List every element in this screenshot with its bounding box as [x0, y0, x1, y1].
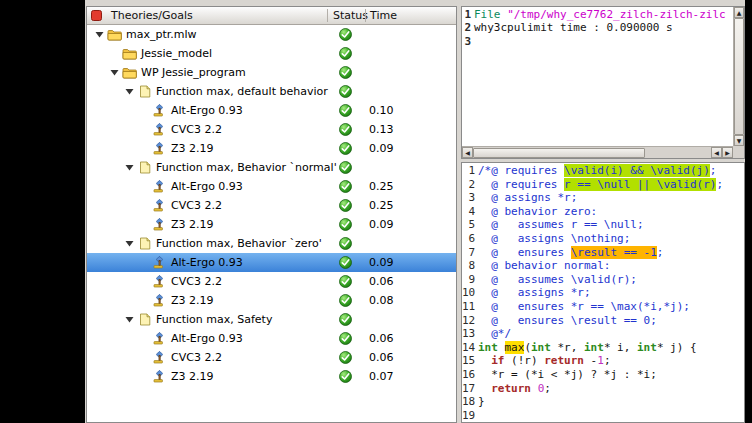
code-segment: } — [478, 395, 485, 408]
time-value: 0.07 — [369, 370, 394, 383]
column-header-status[interactable]: Status — [333, 9, 368, 22]
prover-icon — [151, 294, 168, 308]
code-segment: why3cpulimit time : 0.090000 s — [474, 21, 673, 34]
code-line: 1/*@ requires \valid(i) && \valid(j); — [462, 164, 744, 178]
tree-row[interactable]: Function max, Behavior `normal' — [87, 158, 456, 177]
line-number: 5 — [462, 218, 478, 232]
tree-row[interactable]: Z3 2.190.08 — [87, 291, 456, 310]
code-line: 3 — [462, 35, 733, 48]
code-text: } — [478, 395, 485, 409]
tree-row[interactable]: CVC3 2.20.13 — [87, 120, 456, 139]
tree-row-label: WP Jessie_program — [141, 66, 246, 79]
v-scrollbar[interactable]: ▲ ▼ — [733, 7, 744, 146]
tree-row[interactable]: Alt-Ergo 0.930.09 — [87, 253, 456, 272]
scroll-left-icon[interactable]: ◀ — [711, 147, 722, 158]
column-separator[interactable] — [327, 9, 328, 22]
tree-row[interactable]: Function max, default behavior — [87, 82, 456, 101]
line-number: 3 — [462, 35, 474, 48]
tree-row[interactable]: Alt-Ergo 0.930.06 — [87, 329, 456, 348]
tree-row[interactable]: Function max, Safety — [87, 310, 456, 329]
tree-row-label: CVC3 2.2 — [171, 199, 222, 212]
expander-down-icon[interactable] — [123, 237, 136, 250]
status-ok-icon — [339, 28, 352, 41]
code-text: File "/tmp/why_ce7762_zilch-zilch-zilc — [474, 8, 726, 21]
code-text: @ ensures \result == -1; — [478, 246, 663, 260]
expander-down-icon[interactable] — [108, 66, 121, 79]
scroll-left-icon[interactable]: ◀ — [462, 147, 473, 158]
tree-row[interactable]: Alt-Ergo 0.930.10 — [87, 101, 456, 120]
code-segment: if — [491, 354, 504, 367]
prover-icon — [151, 275, 168, 289]
code-segment: @ assumes r == \null; — [478, 218, 644, 231]
code-text: @ ensures \result == 0; — [478, 314, 657, 328]
tree-row[interactable]: Z3 2.190.07 — [87, 367, 456, 386]
line-number: 8 — [462, 259, 478, 273]
scrollbar-thumb[interactable] — [473, 148, 645, 158]
tree-row[interactable]: Alt-Ergo 0.930.25 — [87, 177, 456, 196]
message-text-view[interactable]: 1File "/tmp/why_ce7762_zilch-zilch-zilc2… — [462, 7, 733, 146]
tree-row[interactable]: CVC3 2.20.25 — [87, 196, 456, 215]
expander-down-icon[interactable] — [123, 161, 136, 174]
time-value: 0.13 — [369, 123, 394, 136]
code-segment: 1 — [597, 354, 604, 367]
scroll-right-icon[interactable]: ▶ — [722, 147, 733, 158]
scroll-down-icon[interactable]: ▼ — [734, 135, 744, 146]
code-segment: "/tmp/why_ce7762_zilch-zilch-zilc — [507, 8, 726, 21]
code-line: 17 return 0; — [462, 382, 744, 396]
code-segment: /*@ requires — [478, 164, 564, 177]
code-line: 5 @ assumes r == \null; — [462, 218, 744, 232]
prover-icon — [151, 218, 168, 232]
scrollbar-thumb[interactable] — [734, 18, 744, 135]
code-line: 16 *r = (*i < *j) ? *j : *i; — [462, 368, 744, 382]
prover-icon — [151, 370, 168, 384]
tree-row[interactable]: Z3 2.190.09 — [87, 215, 456, 234]
expander-spacer — [138, 199, 151, 212]
source-text-view[interactable]: 1/*@ requires \valid(i) && \valid(j);2 @… — [462, 163, 744, 422]
code-text: @ assigns *r; — [478, 286, 591, 300]
scroll-up-icon[interactable]: ▲ — [734, 7, 744, 18]
code-segment: * i, — [604, 341, 637, 354]
tree-row[interactable]: Z3 2.190.09 — [87, 139, 456, 158]
tree-row[interactable]: Function max, Behavior `zero' — [87, 234, 456, 253]
source-panel: 1/*@ requires \valid(i) && \valid(j);2 @… — [461, 162, 745, 423]
tree-row[interactable]: max_ptr.mlw — [87, 25, 456, 44]
code-segment: @ behavior normal: — [478, 259, 610, 272]
tree-row[interactable]: CVC3 2.20.06 — [87, 272, 456, 291]
h-scrollbar[interactable]: ◀ ◀ ▶ — [462, 146, 733, 158]
column-separator[interactable] — [365, 9, 366, 22]
status-ok-icon — [339, 256, 352, 269]
code-line: 19 — [462, 409, 744, 422]
column-header-theories-goals[interactable]: Theories/Goals — [111, 9, 193, 22]
tree-row[interactable]: CVC3 2.20.06 — [87, 348, 456, 367]
folder-icon — [121, 66, 138, 80]
prover-icon — [151, 199, 168, 213]
code-text: @ ensures *r == \max(*i,*j); — [478, 300, 690, 314]
line-number: 16 — [462, 368, 478, 382]
expander-spacer — [138, 142, 151, 155]
prover-icon — [151, 142, 168, 156]
expander-spacer — [138, 256, 151, 269]
code-segment: @ behavior zero: — [478, 205, 597, 218]
status-ok-icon — [339, 47, 352, 60]
expander-down-icon[interactable] — [123, 313, 136, 326]
code-line: 9 @ assumes \valid(r); — [462, 273, 744, 287]
column-header-time[interactable]: Time — [370, 9, 397, 22]
red-square-icon — [91, 10, 102, 21]
expander-down-icon[interactable] — [123, 85, 136, 98]
code-line: 8 @ behavior normal: — [462, 259, 744, 273]
proof-tree[interactable]: max_ptr.mlwJessie_modelWP Jessie_program… — [87, 25, 456, 422]
prover-icon — [151, 256, 168, 270]
time-value: 0.06 — [369, 351, 394, 364]
time-value: 0.08 — [369, 294, 394, 307]
line-number: 11 — [462, 300, 478, 314]
tree-row-label: Alt-Ergo 0.93 — [171, 180, 243, 193]
code-text: @ assumes \valid(r); — [478, 273, 637, 287]
code-text: why3cpulimit time : 0.090000 s — [474, 21, 673, 34]
code-segment: int — [637, 341, 657, 354]
tree-row[interactable]: WP Jessie_program — [87, 63, 456, 82]
expander-down-icon[interactable] — [93, 28, 106, 41]
tree-row[interactable]: Jessie_model — [87, 44, 456, 63]
code-segment: @ assigns \nothing; — [478, 232, 630, 245]
code-text: @*/ — [478, 327, 511, 341]
time-value: 0.06 — [369, 332, 394, 345]
